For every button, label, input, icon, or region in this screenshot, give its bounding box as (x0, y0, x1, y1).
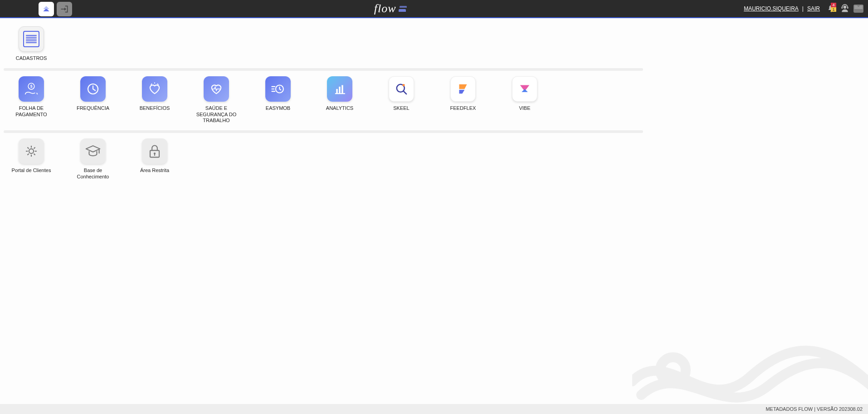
topbar-right: MAURICIO.SIQUEIRA | SAIR 4 1 (744, 4, 863, 14)
heart-icon (142, 76, 167, 102)
section-cadastros: CADASTROS (4, 26, 868, 62)
divider (4, 68, 643, 71)
money-hand-icon: $ (19, 76, 44, 102)
tile-label: VIBE (519, 105, 530, 112)
tile-label: ANALYTICS (326, 105, 353, 112)
tile-label: FREQUÊNCIA (77, 105, 109, 112)
speed-clock-icon (265, 76, 291, 102)
feedflex-icon (450, 76, 476, 102)
svg-point-15 (660, 357, 686, 383)
tile-label: Portal de Clientes (12, 168, 51, 174)
tile-skeel[interactable]: SKEEL (381, 76, 422, 112)
logout-link[interactable]: SAIR (807, 5, 820, 12)
user-link[interactable]: MAURICIO.SIQUEIRA (744, 5, 799, 12)
envelope-icon (853, 5, 863, 13)
topbar-left (39, 2, 72, 16)
tile-portal-clientes[interactable]: Portal de Clientes (11, 138, 52, 174)
svg-point-14 (154, 153, 156, 154)
support-button[interactable] (840, 4, 850, 14)
svg-rect-1 (842, 7, 843, 9)
svg-rect-7 (336, 89, 337, 94)
svg-rect-9 (341, 85, 343, 94)
home-button[interactable] (39, 2, 54, 16)
tile-label: FEEDFLEX (450, 105, 476, 112)
graduation-cap-icon (80, 138, 106, 164)
heart-pulse-icon (204, 76, 229, 102)
svg-point-0 (844, 5, 847, 9)
bar-chart-icon (327, 76, 352, 102)
tile-label: Área Restrita (140, 168, 169, 174)
tile-label: BENEFÍCIOS (140, 105, 170, 112)
vibe-icon (512, 76, 537, 102)
home-icon (42, 5, 51, 14)
magnifier-icon (389, 76, 414, 102)
svg-text:$: $ (30, 84, 33, 89)
gear-icon (19, 138, 44, 164)
section-modules: $ FOLHA DE PAGAMENTO FREQUÊNCIA (4, 76, 868, 124)
exit-icon (60, 5, 69, 14)
tile-sst[interactable]: SAÚDE E SEGURANÇA DO TRABALHO (196, 76, 237, 124)
notif-badge-red: 4 (831, 3, 836, 7)
svg-rect-2 (847, 7, 848, 9)
tile-feedflex[interactable]: FEEDFLEX (443, 76, 483, 112)
clock-icon (80, 76, 106, 102)
topbar-center: flow (36, 2, 744, 15)
topbar: flow MAURICIO.SIQUEIRA | SAIR 4 1 (0, 0, 868, 18)
separator: | (802, 5, 804, 12)
divider (4, 130, 643, 133)
notif-badge-yellow: 1 (831, 7, 836, 12)
tile-area-restrita[interactable]: Área Restrita (134, 138, 175, 174)
brand-logo: flow (374, 2, 406, 15)
tile-easymob[interactable]: EASYMOB (258, 76, 298, 112)
svg-point-12 (29, 149, 34, 153)
messages-button[interactable] (853, 4, 863, 14)
notifications-button[interactable]: 4 1 (826, 4, 836, 14)
tile-label: FOLHA DE PAGAMENTO (11, 105, 52, 118)
cadastros-icon (19, 26, 44, 52)
svg-point-11 (403, 84, 405, 86)
tile-label: Base de Conhecimento (73, 168, 113, 180)
tile-label: SAÚDE E SEGURANÇA DO TRABALHO (196, 105, 237, 124)
tile-analytics[interactable]: ANALYTICS (319, 76, 360, 112)
brand-mark-icon (399, 5, 406, 12)
exit-button[interactable] (57, 2, 72, 16)
tile-label: SKEEL (393, 105, 409, 112)
support-icon (840, 4, 849, 13)
tile-folha-pagamento[interactable]: $ FOLHA DE PAGAMENTO (11, 76, 52, 118)
tile-cadastros[interactable]: CADASTROS (11, 26, 52, 62)
brand-text: flow (374, 2, 396, 15)
lock-icon (142, 138, 167, 164)
svg-rect-8 (339, 87, 340, 94)
footer-text: METADADOS FLOW | VERSÃO 202308.02 (766, 406, 863, 412)
section-links: Portal de Clientes Base de Conhecimento (4, 138, 868, 180)
tile-label: CADASTROS (16, 55, 47, 62)
tile-vibe[interactable]: VIBE (504, 76, 545, 112)
tile-base-conhecimento[interactable]: Base de Conhecimento (73, 138, 113, 180)
tile-beneficios[interactable]: BENEFÍCIOS (134, 76, 175, 112)
tile-label: EASYMOB (266, 105, 290, 112)
decorative-waves (632, 327, 868, 404)
content: CADASTROS $ FOLHA DE PAGAMENTO (0, 18, 868, 404)
footer: METADADOS FLOW | VERSÃO 202308.02 (0, 404, 868, 414)
tile-frequencia[interactable]: FREQUÊNCIA (73, 76, 113, 112)
notification-badges: 4 1 (831, 3, 836, 12)
